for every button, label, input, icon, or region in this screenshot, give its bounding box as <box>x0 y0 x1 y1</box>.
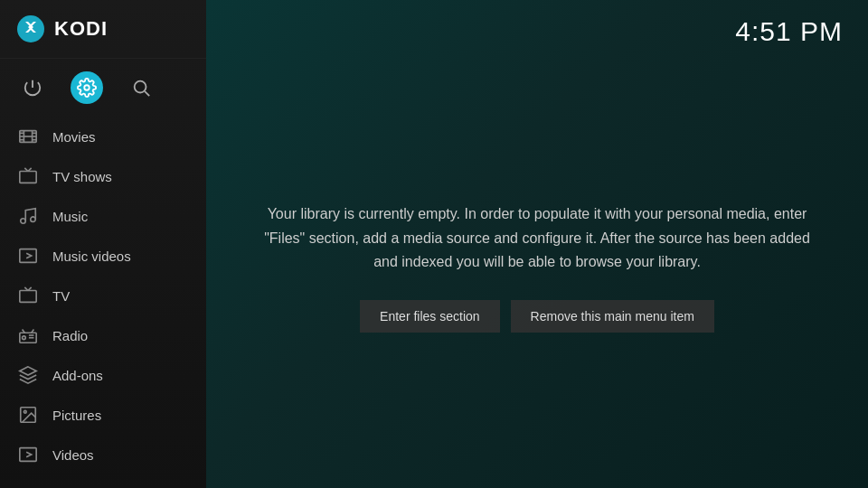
remove-menu-item-button[interactable]: Remove this main menu item <box>511 300 714 333</box>
svg-point-24 <box>23 336 26 340</box>
sidebar-item-videos[interactable]: Videos <box>0 435 206 474</box>
sidebar: KODI <box>0 0 206 488</box>
enter-files-button[interactable]: Enter files section <box>360 300 500 333</box>
tv-label: TV <box>52 288 70 304</box>
library-message: Your library is currently empty. In orde… <box>260 202 814 274</box>
power-button[interactable] <box>16 71 49 104</box>
sidebar-item-musicvideos[interactable]: Music videos <box>0 236 206 276</box>
sidebar-item-tvshows[interactable]: TV shows <box>0 156 206 196</box>
svg-rect-31 <box>20 448 36 462</box>
sidebar-header: KODI <box>0 0 206 59</box>
tvshows-label: TV shows <box>52 169 112 184</box>
top-bar: 4:51 PM <box>206 0 868 47</box>
nav-list: Movies TV shows Music <box>0 117 206 488</box>
svg-rect-14 <box>20 172 36 183</box>
tvshows-icon <box>16 164 40 188</box>
svg-line-5 <box>145 91 149 96</box>
settings-icon <box>77 78 97 98</box>
videos-label: Videos <box>52 447 94 463</box>
clock-display: 4:51 PM <box>735 16 843 47</box>
svg-point-30 <box>24 410 26 413</box>
svg-point-3 <box>84 85 90 90</box>
svg-rect-19 <box>20 249 36 263</box>
movies-label: Movies <box>52 129 96 145</box>
addons-label: Add-ons <box>52 368 103 383</box>
addons-icon <box>16 363 40 387</box>
sidebar-item-radio[interactable]: Radio <box>0 315 206 355</box>
kodi-logo-icon <box>16 14 45 43</box>
pictures-icon <box>16 403 40 427</box>
pictures-label: Pictures <box>52 408 101 423</box>
search-button[interactable] <box>125 71 157 104</box>
videos-icon <box>16 443 40 466</box>
movies-icon <box>16 125 40 148</box>
content-area: Your library is currently empty. In orde… <box>206 47 868 488</box>
main-content: 4:51 PM Your library is currently empty.… <box>206 0 868 488</box>
sidebar-item-tv[interactable]: TV <box>0 276 206 315</box>
power-icon <box>23 78 42 98</box>
musicvideos-icon <box>16 244 40 267</box>
svg-point-4 <box>135 81 146 93</box>
tv-icon <box>16 284 40 307</box>
sidebar-item-music[interactable]: Music <box>0 196 206 236</box>
action-buttons: Enter files section Remove this main men… <box>360 300 714 333</box>
svg-point-18 <box>31 217 36 222</box>
top-icons-bar <box>0 59 206 117</box>
radio-icon <box>16 324 40 347</box>
search-icon <box>131 78 151 98</box>
music-icon <box>16 204 40 228</box>
radio-label: Radio <box>52 328 88 343</box>
svg-point-17 <box>21 219 26 224</box>
svg-rect-20 <box>20 291 36 303</box>
sidebar-item-movies[interactable]: Movies <box>0 117 206 156</box>
app-title: KODI <box>54 17 108 41</box>
sidebar-item-addons[interactable]: Add-ons <box>0 355 206 395</box>
sidebar-item-pictures[interactable]: Pictures <box>0 395 206 435</box>
music-label: Music <box>52 209 88 224</box>
settings-button[interactable] <box>71 71 103 104</box>
musicvideos-label: Music videos <box>52 249 131 264</box>
